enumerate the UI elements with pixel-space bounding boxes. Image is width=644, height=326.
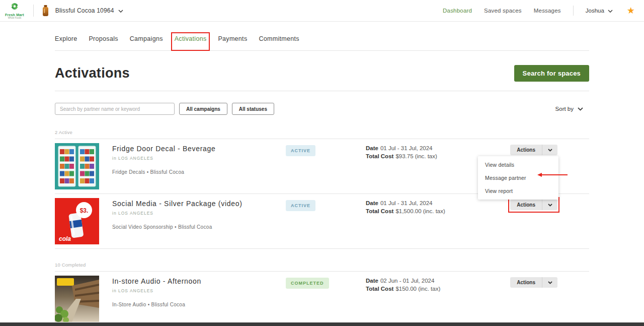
logo-name: Fresh Mart — [5, 13, 24, 17]
menu-item-view-report[interactable]: View report — [478, 184, 558, 198]
freshmart-logo-icon — [8, 2, 21, 13]
actions-button[interactable]: Actions — [510, 145, 557, 155]
activation-info: In-store Audio - Afternoon in LOS ANGELE… — [112, 276, 286, 322]
divider — [55, 91, 589, 91]
section-heading-active: 2 Active — [55, 129, 589, 135]
chevron-down-icon[interactable] — [542, 204, 557, 207]
cost-label: Total Cost — [366, 286, 393, 292]
page-title: Activations — [55, 66, 130, 81]
divider — [55, 248, 589, 249]
date-value: 01 Jul - 31 Jul, 2024 — [380, 145, 433, 151]
date-column: Date01 Jul - 31 Jul, 2024 Total Cost$93.… — [366, 143, 495, 189]
chevron-down-icon[interactable] — [542, 149, 557, 152]
nav-divider — [573, 6, 574, 16]
activation-info: Social Media - Silver Package (video) in… — [112, 198, 286, 244]
nav-saved-spaces[interactable]: Saved spaces — [484, 8, 522, 14]
actions-menu-wrapper: Actions — [510, 200, 557, 210]
chevron-down-icon — [608, 8, 613, 14]
tab-campaigns[interactable]: Campaigns — [130, 35, 163, 42]
chevron-down-icon[interactable] — [542, 281, 557, 284]
tab-payments[interactable]: Payments — [218, 35, 247, 42]
actions-button[interactable]: Actions — [510, 277, 557, 288]
activation-row: In-store Audio - Afternoon in LOS ANGELE… — [55, 272, 589, 326]
divider — [55, 50, 589, 51]
activation-thumbnail[interactable]: $3. cola — [55, 198, 99, 244]
activation-meta: In-Store Audio • Blissful Cocoa — [112, 302, 286, 307]
statuses-filter-button[interactable]: All statuses — [232, 103, 274, 115]
activation-location: in LOS ANGELES — [112, 288, 286, 293]
tab-activations[interactable]: Activations — [175, 35, 207, 42]
activation-thumbnail[interactable] — [55, 143, 99, 189]
activation-title[interactable]: Social Media - Silver Package (video) — [112, 200, 286, 208]
actions-dropdown-menu: View details Message partner View report — [478, 156, 558, 200]
sort-by-label: Sort by — [555, 106, 574, 112]
page-header: Activations Search for spaces — [55, 65, 589, 82]
activation-title[interactable]: In-store Audio - Afternoon — [112, 277, 286, 285]
activation-row: Fridge Door Decal - Beverage in LOS ANGE… — [55, 139, 589, 193]
campaigns-filter-button[interactable]: All campaigns — [179, 103, 227, 115]
footer-strip — [0, 322, 644, 326]
activation-location: in LOS ANGELES — [112, 156, 286, 161]
status-column: ACTIVE — [286, 198, 366, 244]
actions-menu-wrapper: Actions View details Message partner Vie… — [510, 145, 557, 155]
date-label: Date — [366, 200, 378, 206]
actions-button[interactable]: Actions — [510, 200, 557, 210]
search-for-spaces-button[interactable]: Search for spaces — [514, 65, 589, 82]
activation-meta: Social Video Sponsorship • Blissful Coco… — [112, 224, 286, 230]
nav-messages[interactable]: Messages — [534, 8, 561, 14]
main-content: Explore Proposals Campaigns Activations … — [0, 22, 644, 326]
tab-proposals[interactable]: Proposals — [89, 35, 118, 42]
activation-meta: Fridge Decals • Blissful Cocoa — [112, 169, 286, 175]
menu-item-view-details[interactable]: View details — [478, 158, 558, 171]
activation-title[interactable]: Fridge Door Decal - Beverage — [112, 145, 286, 153]
tab-activations-label: Activations — [175, 35, 207, 42]
activation-thumbnail[interactable] — [55, 276, 99, 322]
section-heading-completed: 10 Completed — [55, 262, 589, 268]
actions-button-label: Actions — [510, 147, 542, 153]
favorites-star-icon[interactable]: ★ — [627, 6, 635, 15]
user-name: Joshua — [586, 8, 604, 14]
org-selector-label: Blissful Cocoa 10964 — [55, 7, 114, 14]
status-badge: COMPLETED — [286, 278, 329, 289]
date-column: Date02 Jun - 01 Jul, 2024 Total Cost$150… — [366, 276, 495, 322]
chevron-down-icon — [118, 7, 123, 14]
date-column: Date01 Jul - 31 Jul, 2024 Total Cost$1,5… — [366, 198, 495, 244]
tab-bar: Explore Proposals Campaigns Activations … — [55, 22, 589, 50]
tab-explore[interactable]: Explore — [55, 35, 77, 42]
date-value: 01 Jul - 31 Jul, 2024 — [380, 200, 433, 206]
actions-button-label: Actions — [510, 202, 542, 208]
brand-logo — [42, 5, 49, 17]
cost-label: Total Cost — [366, 153, 393, 159]
activation-row: $3. cola Social Media - Silver Package (… — [55, 194, 589, 248]
sort-by-dropdown[interactable]: Sort by — [555, 106, 583, 112]
status-badge: ACTIVE — [286, 200, 315, 211]
cost-label: Total Cost — [366, 208, 393, 214]
cost-value: $93.75 (inc. tax) — [395, 153, 437, 159]
date-label: Date — [366, 278, 378, 284]
actions-column: Actions View details Message partner Vie… — [510, 143, 557, 189]
user-menu[interactable]: Joshua — [586, 8, 613, 14]
org-selector[interactable]: Blissful Cocoa 10964 — [55, 7, 123, 14]
menu-item-message-partner[interactable]: Message partner — [478, 171, 558, 184]
tab-commitments[interactable]: Commitments — [259, 35, 299, 42]
nav-dashboard[interactable]: Dashboard — [443, 8, 472, 14]
freshmart-logo[interactable]: Fresh Mart Whole Foods — [5, 2, 24, 20]
search-input[interactable] — [55, 103, 175, 115]
cost-value: $150.00 (inc. tax) — [395, 286, 440, 292]
header-divider — [33, 5, 34, 17]
actions-button-label: Actions — [510, 280, 542, 285]
date-value: 02 Jun - 01 Jul, 2024 — [380, 278, 434, 284]
top-bar: Fresh Mart Whole Foods Blissful Cocoa 10… — [0, 0, 644, 22]
status-column: COMPLETED — [286, 276, 366, 322]
activation-location: in LOS ANGELES — [112, 211, 286, 216]
date-label: Date — [366, 145, 378, 151]
actions-column: Actions — [510, 198, 557, 244]
cost-value: $1,500.00 (inc. tax) — [395, 208, 445, 214]
status-badge: ACTIVE — [286, 145, 315, 156]
activation-info: Fridge Door Decal - Beverage in LOS ANGE… — [112, 143, 286, 189]
filter-bar: All campaigns All statuses Sort by — [55, 103, 589, 115]
actions-menu-wrapper: Actions — [510, 277, 557, 288]
actions-column: Actions — [510, 276, 557, 322]
top-nav: Dashboard Saved spaces Messages Joshua ★ — [443, 6, 635, 16]
cola-brand-text: cola — [59, 235, 71, 242]
